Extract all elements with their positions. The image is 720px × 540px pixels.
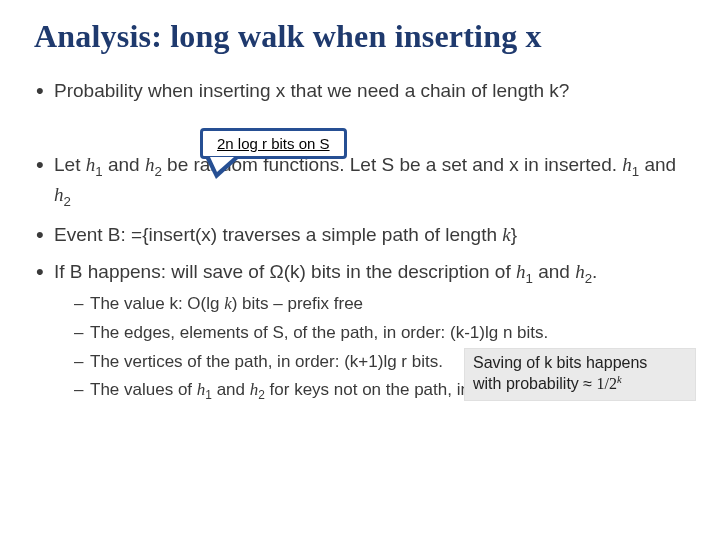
d4-and: and [212,380,250,399]
d1-post: ) bits – prefix free [232,294,363,313]
d4-h1: h [197,380,206,399]
b4-h1s: 1 [525,271,532,286]
b2-pre: Let [54,154,86,175]
d3-text: The vertices of the path, in order: (k+1… [90,352,443,371]
h1-sym: h [86,154,96,175]
callout-box: 2n log r bits on S [200,128,347,159]
h2b-sub: 2 [64,193,71,208]
side-note: Saving of k bits happens with probabilit… [464,348,696,401]
sub-1: The value k: O(lg k) bits – prefix free [74,292,686,317]
spacer [34,115,686,151]
side-exp: k [617,374,622,385]
bullet-3: Event B: ={insert(x) traverses a simple … [34,221,686,249]
side-line1: Saving of k bits happens [473,353,687,373]
d2-text: The edges, elements of S, of the path, i… [90,323,548,342]
b2-and: and [103,154,145,175]
callout: 2n log r bits on S [200,128,347,179]
bullet-2: Let h1 and h2 be random functions. Let S… [34,151,686,211]
bullet-1: Probability when inserting x that we nee… [34,77,686,105]
b3-k: k [502,224,510,245]
b4-pre: If B happens: will save of Ω(k) bits in … [54,261,516,282]
b3-post: } [511,224,517,245]
d4-h2s: 2 [258,389,265,403]
bullet-list: Probability when inserting x that we nee… [34,77,686,105]
callout-text: 2n log r bits on S [217,135,330,152]
d4-h1s: 1 [205,389,212,403]
side-base: 1/2 [597,375,617,392]
d1-pre: The value k: O(lg [90,294,224,313]
b4-and: and [533,261,575,282]
h1-sub: 1 [95,163,102,178]
d4-pre: The values of [90,380,197,399]
sub-2: The edges, elements of S, of the path, i… [74,321,686,346]
h2-sub: 2 [154,163,161,178]
h2b-sym: h [54,184,64,205]
b2-and2: and [639,154,676,175]
side-line2: with probability ≈ 1/2k [473,373,687,394]
d4-h2: h [250,380,259,399]
b4-post: . [592,261,597,282]
b4-h2: h [575,261,585,282]
h2-sym: h [145,154,155,175]
slide-title: Analysis: long walk when inserting x [34,18,686,55]
d1-k: k [224,294,232,313]
side-pre: with probability ≈ [473,375,597,392]
b4-h2s: 2 [585,271,592,286]
b3-pre: Event B: ={insert(x) traverses a simple … [54,224,502,245]
callout-tail-icon [206,159,238,179]
h1b-sym: h [622,154,632,175]
bullet-1-text: Probability when inserting x that we nee… [54,80,569,101]
